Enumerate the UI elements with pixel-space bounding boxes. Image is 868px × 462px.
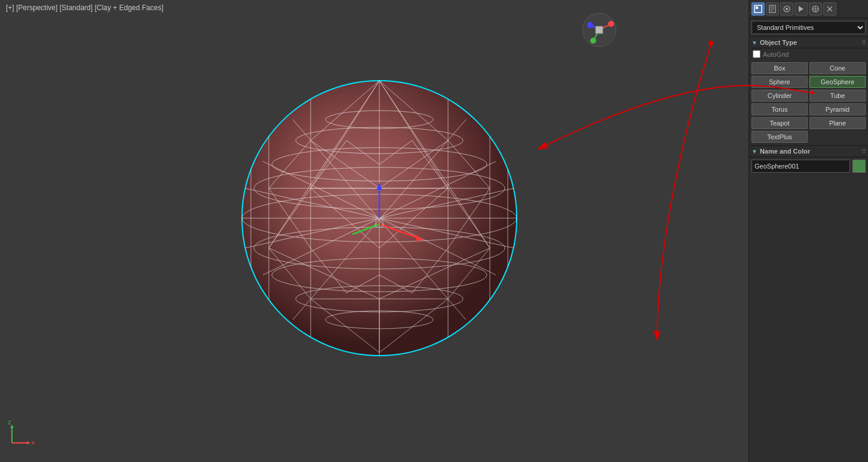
svg-marker-77 [27, 441, 30, 445]
viewport-label: [+] [Perspective] [Standard] [Clay + Edg… [6, 4, 163, 12]
3d-viewport[interactable]: [+] [Perspective] [Standard] [Clay + Edg… [0, 0, 749, 462]
sphere-button[interactable]: Sphere [752, 76, 808, 88]
collapse-arrow-name-color[interactable]: ▼ [752, 148, 757, 155]
pyramid-button[interactable]: Pyramid [809, 103, 866, 115]
section-drag-handle[interactable]: ⠿ [861, 39, 866, 46]
object-name-input[interactable] [752, 160, 850, 173]
right-panel: Standard PrimitivesExtended PrimitivesCo… [749, 0, 868, 462]
svg-point-88 [786, 8, 788, 10]
svg-point-73 [587, 22, 593, 28]
teapot-button[interactable]: Teapot [752, 117, 808, 129]
svg-point-72 [590, 38, 596, 44]
cone-button[interactable]: Cone [809, 62, 866, 74]
name-color-label: Name and Color [760, 148, 810, 155]
svg-point-71 [608, 21, 614, 27]
primitives-dropdown[interactable]: Standard PrimitivesExtended PrimitivesCo… [752, 21, 866, 34]
name-color-row [749, 157, 868, 175]
modify-tab-icon[interactable] [766, 2, 779, 16]
svg-text:Z: Z [8, 420, 11, 426]
svg-marker-89 [799, 6, 803, 12]
viewport-gizmo[interactable] [581, 12, 617, 48]
section-drag-handle-2[interactable]: ⠿ [861, 148, 866, 155]
cylinder-button[interactable]: Cylinder [752, 90, 808, 102]
svg-rect-82 [756, 7, 758, 9]
hierarchy-tab-icon[interactable] [780, 2, 793, 16]
autogrid-label: AutoGrid [763, 51, 789, 58]
geosphere-button[interactable]: GeoSphere [809, 76, 866, 88]
object-type-label: Object Type [760, 39, 797, 46]
name-color-section-header: ▼ Name and Color ⠿ [749, 145, 868, 157]
object-type-buttons: Box Cone Sphere GeoSphere Cylinder Tube … [749, 60, 868, 145]
torus-button[interactable]: Torus [752, 103, 808, 115]
collapse-arrow-object-type[interactable]: ▼ [752, 39, 757, 46]
object-type-section-header: ▼ Object Type ⠿ [749, 36, 868, 48]
box-button[interactable]: Box [752, 62, 808, 74]
autogrid-row: AutoGrid [749, 48, 868, 60]
autogrid-checkbox[interactable] [753, 50, 760, 58]
color-swatch[interactable] [852, 160, 866, 173]
motion-tab-icon[interactable] [795, 2, 808, 16]
plane-button[interactable]: Plane [809, 117, 866, 129]
create-tab-icon[interactable] [752, 2, 765, 16]
tube-button[interactable]: Tube [809, 90, 866, 102]
textplus-button[interactable]: TextPlus [752, 131, 808, 143]
geosphere-render [233, 72, 526, 365]
svg-rect-74 [596, 26, 603, 33]
utilities-tab-icon[interactable] [823, 2, 836, 16]
svg-text:X: X [31, 440, 35, 446]
display-tab-icon[interactable] [809, 2, 822, 16]
panel-toolbar [749, 0, 868, 19]
coordinate-widget: X Z [6, 419, 36, 450]
